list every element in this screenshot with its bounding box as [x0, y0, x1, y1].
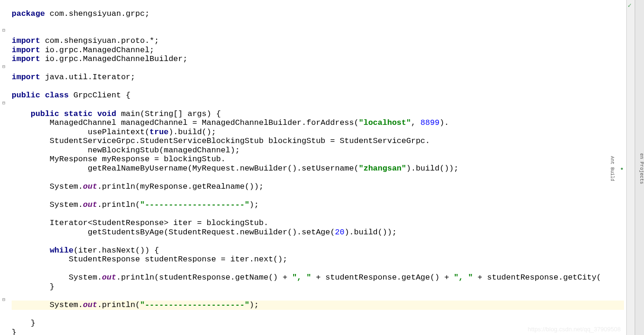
- code-text: .println(myResponse.getRealname());: [97, 182, 264, 191]
- code-text: System.: [12, 200, 83, 209]
- code-text: System.: [12, 273, 102, 282]
- code-text: GrpcClient {: [69, 91, 130, 100]
- code-text: main(String[] args) {: [116, 109, 220, 118]
- highlighted-line: System.out.println("--------------------…: [12, 301, 624, 310]
- field-ref: out: [102, 273, 116, 282]
- code-text: getStudentsByAge(StudentRequest.newBuild…: [12, 228, 335, 237]
- keyword: public static void: [12, 109, 116, 118]
- keyword: true: [150, 128, 169, 137]
- right-tool-strip: en Projects ▮ Database ● Ant Build: [635, 0, 644, 335]
- code-text: ,: [411, 118, 420, 127]
- number-literal: 20: [335, 228, 344, 237]
- code-text: + studentResponse.getAge() +: [311, 273, 454, 282]
- code-text: );: [249, 301, 259, 309]
- code-text: ).: [439, 118, 449, 127]
- code-text: io.grpc.ManagedChannelBuilder;: [40, 55, 187, 63]
- code-text: System.: [12, 301, 83, 309]
- code-text: }: [12, 282, 55, 291]
- tool-window-projects[interactable]: en Projects: [639, 152, 644, 185]
- code-text: + studentResponse.getCity(: [473, 273, 601, 282]
- code-text: }: [12, 319, 35, 328]
- watermark: https://blog.csdn.net/qq_37909508: [528, 326, 621, 333]
- error-stripe[interactable]: ✓: [626, 0, 635, 335]
- tool-window-gradle[interactable]: ●: [619, 165, 624, 173]
- string-literal: "---------------------": [140, 200, 249, 209]
- keyword: import: [12, 36, 40, 45]
- field-ref: out: [83, 200, 97, 209]
- keyword: import: [12, 46, 40, 55]
- editor-gutter: ⊟ ⊟ ⊟ ⊟: [0, 0, 9, 335]
- keyword: import: [12, 55, 40, 63]
- code-text: .println(: [97, 301, 140, 309]
- code-text: MyResponse myResponse = blockingStub.: [12, 155, 226, 164]
- fold-icon[interactable]: ⊟: [2, 27, 5, 33]
- code-text: }: [12, 328, 16, 335]
- keyword: while: [50, 246, 74, 255]
- keyword: public class: [12, 91, 69, 100]
- code-text: [12, 246, 50, 255]
- code-text: com.shengsiyuan.grpc;: [45, 9, 149, 18]
- string-literal: "localhost": [359, 118, 411, 127]
- code-text: StudentServiceGrpc.StudentServiceBlockin…: [12, 137, 430, 145]
- code-text: .println(: [97, 200, 140, 209]
- string-literal: "zhangsan": [359, 164, 406, 173]
- code-text: StudentResponse studentResponse = iter.n…: [12, 255, 288, 264]
- fold-icon[interactable]: ⊟: [2, 100, 5, 106]
- code-text: ).build());: [344, 228, 397, 237]
- field-ref: out: [83, 301, 97, 309]
- keyword: package: [12, 9, 45, 18]
- number-literal: 8899: [420, 118, 439, 127]
- tool-window-ant[interactable]: Ant Build: [610, 155, 615, 183]
- code-text: ManagedChannel managedChannel = ManagedC…: [12, 118, 359, 127]
- field-ref: out: [83, 182, 97, 191]
- code-text: newBlockingStub(managedChannel);: [12, 146, 240, 155]
- code-text: Iterator<StudentResponse> iter = blockin…: [12, 219, 268, 227]
- fold-icon[interactable]: ⊟: [2, 297, 5, 302]
- code-text: System.: [12, 182, 83, 191]
- check-icon: ✓: [628, 1, 631, 9]
- keyword: import: [12, 73, 40, 82]
- code-text: );: [249, 200, 259, 209]
- code-text: .println(studentResponse.getName() +: [116, 273, 292, 282]
- gradle-icon: ●: [619, 166, 624, 171]
- fold-icon[interactable]: ⊟: [2, 64, 5, 69]
- string-literal: ", ": [292, 273, 311, 282]
- code-text: usePlaintext(: [12, 128, 150, 137]
- string-literal: ", ": [454, 273, 473, 282]
- code-editor[interactable]: package com.shengsiyuan.grpc; import com…: [9, 0, 626, 335]
- code-text: getRealNameByUsername(MyRequest.newBuild…: [12, 164, 359, 173]
- code-text: io.grpc.ManagedChannel;: [40, 46, 154, 55]
- code-text: ).build();: [169, 128, 216, 137]
- code-text: (iter.hasNext()) {: [74, 246, 159, 255]
- code-text: ).build());: [406, 164, 459, 173]
- code-text: com.shengsiyuan.proto.*;: [40, 36, 159, 45]
- code-text: java.util.Iterator;: [40, 73, 135, 82]
- string-literal: "---------------------": [140, 301, 249, 309]
